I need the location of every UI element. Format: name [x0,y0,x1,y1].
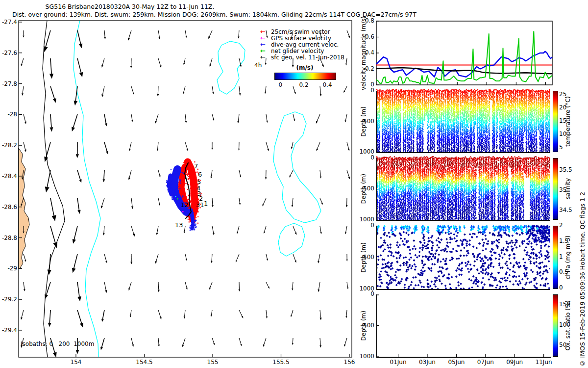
map-lon-tick: 155.5 [272,359,289,366]
track-mark [182,211,184,212]
isobath-1000m-eddy-north [217,41,245,94]
map-lat-tick: -27.6 [2,50,17,56]
imos-watermark-wrap: © IMOS 15-Feb-2019 05:09:36 Hobart time.… [577,59,587,367]
map-velocity-colorbar [274,73,336,80]
map-lat-tick: -29.4 [2,327,17,334]
legend-entry-label: sfc geo. vel. 11-Jun-2018 [271,54,344,61]
chla-colorbar-label-wrap: chl-a (mg m-3) [564,222,572,293]
legend-entry-label: 25cm/s swim vector [271,28,330,35]
date-tick: 03Jun [419,359,436,366]
temperature-colorbar [553,91,558,152]
legend-entry-label: GPS surface velocity [271,35,331,42]
map-lon-tick: 154.5 [136,359,152,366]
map-colorbar-tick: 0.2 [299,81,308,88]
temperature-colorbar-label-wrap: temperature (°C) [564,87,572,156]
map-lat-tick: -29.2 [2,296,17,303]
legend-arrow-icon: ← [260,29,271,34]
track-mark [177,198,178,200]
map-lon-tick: 155 [207,359,219,366]
chla-colorbar-tick: 0 [559,284,563,291]
chla-colorbar-label: chl-a (mg m-3) [564,236,571,279]
salinity-colorbar [553,158,558,220]
velocity-ylabel: velocity magnitude (m/s) [360,16,367,90]
salinity-ylabel-wrap: Depth (m) [359,158,368,220]
isobath-1000m [74,21,100,357]
chla-panel [376,223,550,290]
salinity-panel [376,155,550,221]
legend-arrow-icon: ← [260,48,271,53]
temperature-panel [376,88,550,153]
temperature-colorbar-label: temperature (°C) [564,96,571,147]
salinity-colorbar-label-wrap: salinity [564,154,572,224]
chla-ylabel: Depth (m) [360,242,367,272]
legend-entry: ←GPS surface velocity [260,35,344,41]
oxygen-colorbar-label: Ox. sat. ratio (%) [564,300,571,350]
chla-depth-tick: 0 [370,222,374,229]
oxygen-ylabel: Depth (m) [360,311,367,341]
glider-track: 7654323111213 [166,161,208,231]
track-day-label: 7 [194,162,198,170]
track-day-label: 6 [198,171,202,178]
chla-colorbar-tick: 2 [559,222,563,229]
legend-window-label: 4h [254,62,262,69]
oxygen-colorbar-label-wrap: Ox. sat. ratio (%) [564,290,572,361]
velocity-ylabel-wrap: velocity magnitude (m/s) [359,19,368,87]
isobath-note: Isobaths: 0 200 1000m [21,341,94,347]
imos-watermark: © IMOS 15-Feb-2019 05:09:36 Hobart time.… [579,192,586,367]
temperature-depth-tick: 0 [370,87,374,94]
map-lat-tick: -28 [7,111,17,118]
track-day-label: 31 [196,201,204,209]
track-day-label: 12 [180,201,189,209]
date-tick: 11Jun [536,359,552,366]
oxygen-panel-ticks [376,294,550,357]
isobath-1000m-eddy-small [278,223,305,256]
temperature-colorbar-tick: 5 [559,144,563,151]
glider-mission-figure: SG516 Brisbane20180320A 30-May 12Z to 11… [0,0,588,368]
date-tick: 05Jun [448,359,465,366]
oxygen-ylabel-wrap: Depth (m) [359,294,368,357]
map-lat-tick: -28.4 [2,173,17,180]
map-lon-tick: 156 [344,359,355,366]
map-lon-tick: 154 [71,359,82,366]
legend-entry: ←sfc geo. vel. 11-Jun-2018 [260,54,344,60]
map-lat-tick: -28.2 [2,142,17,149]
velocity-panel [376,21,553,85]
map-lat-tick: -29 [7,265,17,272]
legend-arrow-icon: ← [260,54,271,60]
legend-arrow-icon: ← [260,35,271,41]
land-mass [19,148,29,269]
chla-colorbar [553,226,558,289]
temperature-ylabel-wrap: Depth (m) [359,91,368,152]
salinity-ylabel: Depth (m) [360,174,367,204]
map-lat-tick: -27.4 [2,19,17,26]
legend-entry-label: dive-avg current veloc. [271,41,339,48]
legend-entry: ←dive-avg current veloc. [260,41,344,48]
date-tick: 09Jun [506,359,523,366]
legend-arrow-icon: ← [260,42,271,47]
track-day-label: 1 [204,200,208,207]
chla-ylabel-wrap: Depth (m) [359,226,368,289]
map-colorbar-title: (m/s) [274,64,335,71]
chla-colorbar-tick: 1 [559,253,563,260]
isobath-1000m-eddy-east [273,112,321,223]
legend-entry: ←25cm/s swim vector [260,28,344,35]
date-tick: 01Jun [390,359,407,366]
map-lat-tick: -27.8 [2,80,17,87]
salinity-colorbar-label: salinity [564,178,571,199]
legend-entry: ←net glider velocity [260,48,344,54]
track-mark [175,196,176,197]
map-colorbar-tick: 0.4 [322,81,332,88]
oxygen-colorbar [553,294,558,357]
oxygen-depth-tick: 0 [370,290,374,297]
salinity-depth-tick: 0 [370,154,374,161]
map-legend: ←25cm/s swim vector←GPS surface velocity… [260,28,344,60]
track-day-label: 13 [175,221,183,229]
map-lat-tick: -28.6 [2,204,17,210]
legend-entry-label: net glider velocity [271,48,324,54]
date-tick: 07Jun [477,359,494,366]
temperature-ylabel: Depth (m) [360,106,367,136]
map-colorbar-tick: 0 [279,81,283,88]
map-lat-tick: -28.8 [2,235,17,241]
